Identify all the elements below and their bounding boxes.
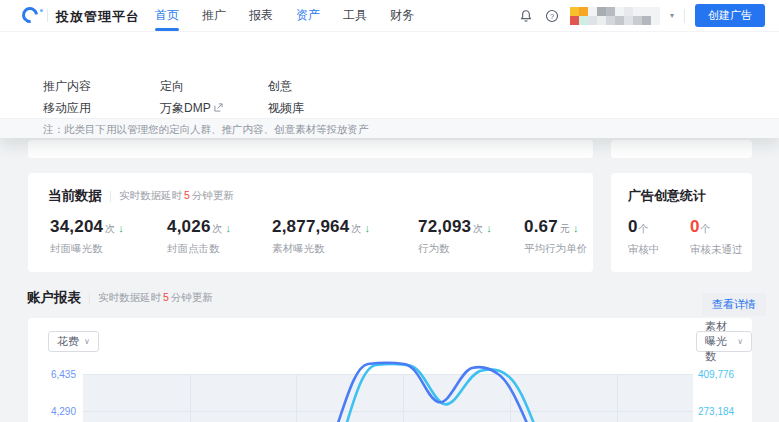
nav-item-tools[interactable]: 工具 xyxy=(343,0,367,31)
nav-item-home[interactable]: 首页 xyxy=(155,0,179,31)
trend-lines-chart xyxy=(28,318,752,422)
ad-platform-page: 投放管理平台 首页 推广 报表 资产 工具 财务 ? xyxy=(0,0,779,422)
brand-divider xyxy=(47,9,48,22)
metric-cover-impressions: 34,204次↓ 封面曝光数 xyxy=(50,217,124,256)
nav-item-finance[interactable]: 财务 xyxy=(390,0,414,31)
nav-item-report[interactable]: 报表 xyxy=(249,0,273,31)
main-nav: 首页 推广 报表 资产 工具 财务 xyxy=(155,0,414,31)
brand-logo-spark xyxy=(40,9,43,12)
card-fragment-left xyxy=(28,140,593,158)
menu-item-wanxiang-dmp[interactable]: 万象DMP xyxy=(160,100,223,117)
view-details-button[interactable]: 查看详情 xyxy=(702,293,766,316)
account-report-header: 账户报表 实时数据延时5分钟更新 xyxy=(27,289,213,307)
top-navbar: 投放管理平台 首页 推广 报表 资产 工具 财务 ? xyxy=(0,0,779,31)
update-note: 实时数据延时5分钟更新 xyxy=(98,291,213,305)
menu-item-promo-content[interactable]: 推广内容 xyxy=(43,78,91,95)
menu-item-creative[interactable]: 创意 xyxy=(268,78,292,95)
down-arrow-icon: ↓ xyxy=(486,222,492,234)
metric-material-impressions: 2,877,964次↓ 素材曝光数 xyxy=(272,217,370,256)
menu-item-targeting[interactable]: 定向 xyxy=(160,78,184,95)
page-title: 投放管理平台 xyxy=(56,8,140,26)
help-icon[interactable]: ? xyxy=(544,8,560,24)
svg-text:?: ? xyxy=(550,11,554,20)
caret-down-icon[interactable]: ▾ xyxy=(670,11,674,20)
account-report-chart-card: 花费 ∨ 素材曝光数 ∨ 6,435 4,290 409,776 273,184 xyxy=(28,318,752,422)
creative-stats-card: 广告创意统计 0个 审核中 0个 审核未通过 xyxy=(611,173,752,272)
down-arrow-icon: ↓ xyxy=(573,222,579,234)
menu-item-video-library[interactable]: 视频库 xyxy=(268,100,304,117)
metric-cover-clicks: 4,026次↓ 封面点击数 xyxy=(167,217,231,256)
create-ad-button[interactable]: 创建广告 xyxy=(695,4,765,27)
avatar-mosaic[interactable] xyxy=(570,7,660,25)
update-note: 实时数据延时5分钟更新 xyxy=(119,189,234,203)
account-report-title: 账户报表 xyxy=(27,289,81,307)
down-arrow-icon: ↓ xyxy=(364,222,370,234)
current-data-title: 当前数据 xyxy=(48,187,102,205)
bell-icon[interactable] xyxy=(518,8,534,24)
brand-logo-icon[interactable] xyxy=(19,4,42,27)
down-arrow-icon: ↓ xyxy=(226,222,232,234)
menu-item-mobile-app[interactable]: 移动应用 xyxy=(43,100,91,117)
menu-note: 注：此类目下用以管理您的定向人群、推广内容、创意素材等投放资产 xyxy=(0,118,779,138)
nav-item-promotion[interactable]: 推广 xyxy=(202,0,226,31)
creative-stats-title: 广告创意统计 xyxy=(628,187,706,205)
stat-review-rejected: 0个 审核未通过 xyxy=(690,217,743,257)
nav-item-assets[interactable]: 资产 xyxy=(296,0,320,31)
external-link-icon xyxy=(214,101,223,115)
nav-divider xyxy=(684,9,685,23)
assets-dropdown-menu: 推广内容 移动应用 定向 万象DMP 定向模板 创意 视频库 高级创意库 注：此… xyxy=(0,31,779,138)
stat-in-review: 0个 审核中 xyxy=(628,217,660,257)
metric-actions: 72,093次↓ 行为数 xyxy=(418,217,492,256)
card-fragment-right xyxy=(611,140,752,158)
down-arrow-icon: ↓ xyxy=(118,222,124,234)
current-data-card: 当前数据 实时数据延时5分钟更新 34,204次↓ 封面曝光数 4,026次↓ … xyxy=(28,173,593,272)
navbar-right: ? ▾ 创建广告 xyxy=(518,0,765,31)
series-material-impressions-line xyxy=(338,364,546,422)
metric-avg-action-cost: 0.67元↓ 平均行为单价 xyxy=(524,217,587,256)
